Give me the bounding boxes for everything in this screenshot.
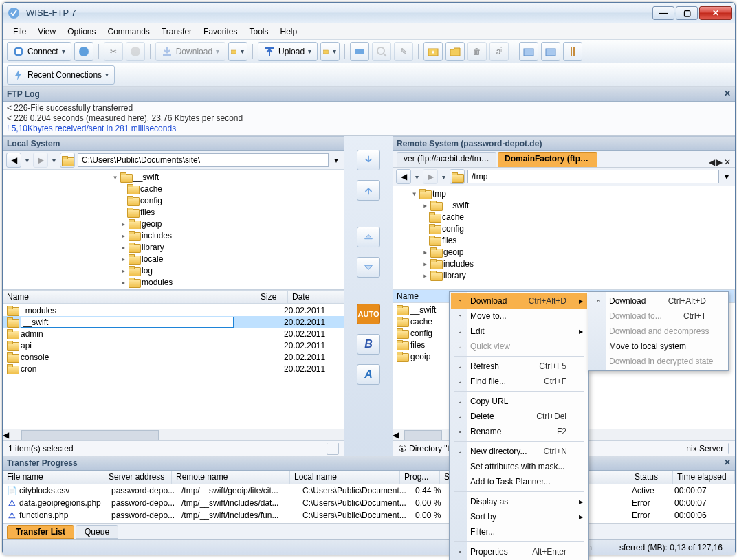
menu-transfer[interactable]: Transfer — [157, 25, 197, 38]
ftp-log-close[interactable]: ✕ — [723, 89, 732, 98]
edit-button[interactable]: ✎ — [394, 42, 413, 61]
menu-item[interactable]: ▫DownloadCtrl+Alt+D▶ — [451, 293, 587, 309]
path-dropdown[interactable]: ▾ — [722, 172, 732, 181]
menu-item[interactable]: ▫Edit▶ — [451, 324, 587, 339]
menu-item[interactable]: Filter... — [451, 524, 587, 539]
col-date[interactable]: Date — [288, 291, 344, 303]
folder-icon — [7, 329, 18, 338]
abort-button[interactable] — [126, 42, 145, 61]
nav-fwd-button[interactable]: ▶ — [423, 169, 438, 184]
folder-up-button[interactable] — [60, 153, 75, 168]
maximize-button[interactable]: ▢ — [676, 6, 698, 20]
edit-icon: ▫ — [454, 325, 466, 337]
close-button[interactable]: ✕ — [699, 6, 732, 20]
folder-icon — [430, 271, 441, 280]
menu-view[interactable]: View — [33, 25, 60, 38]
nav-back-button[interactable]: ◀ — [396, 169, 411, 184]
upload-button[interactable]: Upload▾ — [258, 42, 318, 61]
menu-item[interactable]: Display as▶ — [451, 494, 587, 509]
fav-add-button[interactable] — [519, 42, 538, 61]
local-file-list[interactable]: _modules20.02.2011 20.02.2011 admin20.02… — [3, 304, 344, 429]
col-name[interactable]: Name — [3, 291, 256, 303]
menu-favorites[interactable]: Favorites — [199, 25, 242, 38]
menu-options[interactable]: Options — [63, 25, 100, 38]
svg-point-4 — [131, 47, 140, 56]
folder-icon — [127, 196, 138, 205]
remote-tab[interactable]: ver (ftp://acebit.de/tmp/__s... — [397, 152, 496, 167]
favorites-button[interactable] — [424, 42, 443, 61]
col-size[interactable]: Size — [256, 291, 288, 303]
options-button[interactable] — [563, 42, 582, 61]
menu-item[interactable]: ▫PropertiesAlt+Enter — [451, 544, 587, 559]
new-folder-right-button[interactable]: ▾ — [320, 42, 340, 61]
menu-commands[interactable]: Commands — [103, 25, 155, 38]
remote-tree[interactable]: ▾tmp ▸__swift cache config files ▸geoip … — [393, 186, 735, 289]
recent-connections-button[interactable]: Recent Connections▾ — [7, 65, 115, 85]
connect-icon — [12, 45, 25, 58]
open-folder-button[interactable] — [446, 42, 465, 61]
new-folder-left-button[interactable]: ▾ — [228, 42, 248, 61]
menu-tools[interactable]: Tools — [244, 25, 273, 38]
path-dropdown[interactable]: ▾ — [331, 155, 341, 165]
disconnect-button[interactable]: ✂ — [104, 42, 123, 61]
download-button[interactable]: Download▾ — [155, 42, 226, 61]
folder-up-button[interactable] — [450, 169, 465, 184]
ascii-mode-button[interactable]: A — [357, 364, 380, 385]
nav-fwd-button[interactable]: ▶ — [33, 153, 48, 168]
menu-item[interactable]: ▫RenameF2 — [451, 424, 587, 439]
download-arrow-button[interactable] — [357, 150, 380, 170]
upload-home-button[interactable] — [357, 227, 380, 247]
rename-input[interactable] — [21, 317, 234, 328]
menu-item[interactable]: ▫Copy URL — [451, 394, 587, 409]
rename-button[interactable]: aⁱ — [490, 42, 509, 61]
menu-help[interactable]: Help — [275, 25, 302, 38]
delete-icon: ▫ — [454, 410, 466, 423]
menu-item[interactable]: ▫DeleteCtrl+Del — [451, 409, 587, 424]
menu-item[interactable]: ▫Find file...Ctrl+F — [451, 374, 587, 389]
find-button[interactable] — [350, 42, 369, 61]
tab-queue[interactable]: Queue — [76, 525, 118, 539]
search-button[interactable] — [372, 42, 391, 61]
remote-path-input[interactable] — [468, 170, 719, 183]
menu-file[interactable]: File — [8, 25, 31, 38]
quick-connect-button[interactable] — [74, 42, 94, 61]
local-tree[interactable]: ▾__swift cache config files ▸geoip ▸incl… — [3, 170, 344, 290]
remote-tab[interactable]: DomainFactory (ftp://password-d... — [498, 152, 597, 167]
binary-mode-button[interactable]: B — [357, 334, 380, 355]
folder-icon — [7, 352, 18, 361]
folder-icon — [120, 172, 131, 181]
download-submenu[interactable]: ▫DownloadCtrl+Alt+DDownload to...Ctrl+TD… — [588, 291, 729, 371]
upload-arrow-button[interactable] — [357, 180, 380, 201]
menu-item[interactable]: Sort by▶ — [451, 509, 587, 524]
menu-item[interactable]: ▫DownloadCtrl+Alt+D — [590, 293, 727, 309]
tab-left[interactable]: ◀ — [709, 157, 715, 167]
tab-right[interactable]: ▶ — [716, 157, 723, 167]
svg-rect-6 — [232, 50, 236, 54]
local-path-input[interactable] — [78, 153, 329, 167]
svg-rect-5 — [163, 54, 171, 56]
transfer-list[interactable]: 📄 cityblocks.csv password-depo... /tmp/_… — [3, 484, 735, 523]
auto-button[interactable]: AUTO — [357, 304, 380, 324]
filter-button[interactable] — [728, 443, 729, 454]
tab-transfer-list[interactable]: Transfer List — [7, 525, 74, 539]
menu-item[interactable]: Move to local system — [590, 339, 727, 354]
transfer-close[interactable]: ✕ — [723, 458, 732, 467]
download-home-button[interactable] — [357, 257, 380, 278]
minimize-button[interactable]: — — [652, 6, 674, 20]
menu-item[interactable]: ▫New directory...Ctrl+N — [451, 444, 587, 459]
connect-button[interactable]: Connect▾ — [7, 42, 72, 61]
menu-item[interactable]: ▫RefreshCtrl+F5 — [451, 359, 587, 374]
fav-edit-button[interactable] — [541, 42, 560, 61]
nav-back-button[interactable]: ◀ — [6, 153, 21, 168]
local-hscroll[interactable]: ◀ — [3, 429, 344, 440]
window-title: WISE-FTP 7 — [26, 8, 647, 18]
folder-icon — [429, 224, 440, 233]
tab-close[interactable]: ✕ — [724, 157, 731, 167]
trash-button[interactable]: 🗑 — [468, 42, 487, 61]
menu-item[interactable]: Set attributes with mask... — [451, 459, 587, 474]
new-folder-icon — [322, 45, 329, 58]
menu-item[interactable]: ▫Move to... — [451, 309, 587, 324]
filter-button[interactable] — [327, 443, 339, 455]
context-menu[interactable]: ▫DownloadCtrl+Alt+D▶▫Move to...▫Edit▶▫Qu… — [449, 291, 589, 560]
menu-item[interactable]: Add to Task Planner... — [451, 474, 587, 489]
